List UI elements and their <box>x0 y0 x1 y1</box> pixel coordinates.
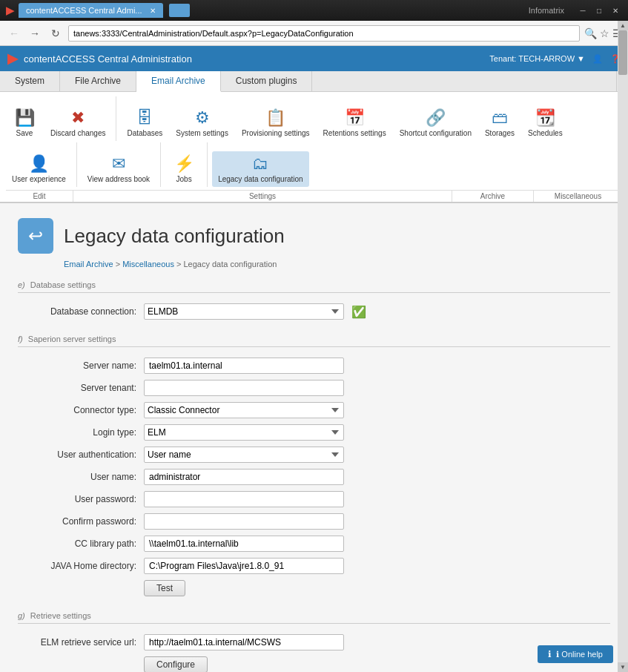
user-password-input[interactable] <box>144 491 344 507</box>
elm-url-row: ELM retrieve service url: <box>18 634 610 650</box>
configure-button[interactable]: Configure <box>144 656 208 672</box>
legacy-data-icon: 🗂 <box>252 154 268 174</box>
new-tab-btn[interactable] <box>169 4 190 17</box>
address-book-label: View address book <box>87 175 150 184</box>
section-retrieve-header: g) Retrieve settings <box>18 611 610 624</box>
ribbon-shortcut[interactable]: 🔗 Shortcut configuration <box>394 105 477 141</box>
tab-close-icon[interactable]: ✕ <box>150 7 156 15</box>
user-auth-select[interactable]: User name <box>144 447 344 463</box>
scrollbar-thumb[interactable] <box>618 30 627 75</box>
test-btn-row: Test <box>18 580 610 596</box>
connector-type-label: Connector type: <box>18 405 136 415</box>
ribbon-user-experience[interactable]: 👤 User experience <box>6 151 72 187</box>
server-name-input[interactable] <box>144 358 344 374</box>
database-connection-label: Database connection: <box>18 306 136 317</box>
databases-label: Databases <box>127 129 162 138</box>
content-area: ↩ Legacy data configuration Email Archiv… <box>0 203 628 672</box>
help-info-icon: ℹ <box>548 649 552 659</box>
ribbon-databases[interactable]: 🗄 Databases <box>121 105 168 141</box>
breadcrumb-miscellaneous[interactable]: Miscellaneous <box>122 260 174 269</box>
ribbon-section-edit: Edit <box>6 191 73 202</box>
close-btn[interactable]: ✕ <box>609 5 622 16</box>
storages-label: Storages <box>485 129 515 138</box>
tab-email-archive[interactable]: Email Archive <box>136 71 221 92</box>
connector-type-row: Connector type: Classic Connector <box>18 402 610 418</box>
ribbon-system-settings[interactable]: ⚙ System settings <box>170 105 234 141</box>
discard-icon: ✖ <box>71 108 85 128</box>
user-auth-label: User authentication: <box>18 449 136 460</box>
user-name-input[interactable] <box>144 469 344 485</box>
ribbon-save[interactable]: 💾 Save <box>6 105 43 141</box>
cc-library-label: CC library path: <box>18 538 136 549</box>
ribbon-divider-1 <box>116 96 116 141</box>
ribbon-storages[interactable]: 🗃 Storages <box>479 105 520 141</box>
connector-type-select[interactable]: Classic Connector <box>144 402 344 418</box>
ribbon-address-book[interactable]: ✉ View address book <box>82 151 156 187</box>
ribbon-retentions[interactable]: 📅 Retentions settings <box>317 105 392 141</box>
tab-custom-plugins[interactable]: Custom plugins <box>221 71 313 91</box>
ribbon-section-archive: Archive <box>452 191 533 202</box>
forward-btn[interactable]: → <box>27 25 43 42</box>
tab-file-archive[interactable]: File Archive <box>60 71 136 91</box>
server-tenant-label: Server tenant: <box>18 383 136 393</box>
online-help-btn[interactable]: ℹ ℹ Online help <box>538 645 613 663</box>
app-logo-icon: ▶ <box>6 4 14 16</box>
ribbon-legacy-data[interactable]: 🗂 Legacy data configuration <box>212 151 309 187</box>
maximize-btn[interactable]: □ <box>592 5 606 16</box>
back-btn[interactable]: ← <box>6 25 22 42</box>
minimize-btn[interactable]: ─ <box>576 5 589 16</box>
page-icon: ↩ <box>18 218 53 254</box>
search-icon[interactable]: 🔍 <box>584 27 597 39</box>
shortcut-label: Shortcut configuration <box>400 129 472 138</box>
breadcrumb-email-archive[interactable]: Email Archive <box>64 260 113 269</box>
elm-url-input[interactable] <box>144 634 344 650</box>
scroll-up-btn[interactable]: ▲ <box>618 21 628 30</box>
server-tenant-input[interactable] <box>144 380 344 396</box>
breadcrumb: Email Archive > Miscellaneous > Legacy d… <box>64 260 610 269</box>
java-home-input[interactable] <box>144 558 344 574</box>
java-home-row: JAVA Home directory: <box>18 558 610 574</box>
test-button[interactable]: Test <box>144 580 185 596</box>
login-type-select[interactable]: ELM <box>144 424 344 441</box>
scrollbar-track[interactable] <box>618 30 628 662</box>
ribbon-schedules[interactable]: 📆 Schedules <box>522 105 569 141</box>
server-name-label: Server name: <box>18 360 136 371</box>
scrollbar[interactable]: ▲ ▼ <box>618 21 628 672</box>
tenant-label[interactable]: Tenant: TECH-ARROW ▼ <box>489 54 585 63</box>
address-bar: ← → ↻ 🔍 ☆ ☰ <box>0 21 628 46</box>
provisioning-icon: 📋 <box>265 108 285 128</box>
database-connection-select[interactable]: ELMDB <box>144 303 344 320</box>
breadcrumb-current: Legacy data configuration <box>183 260 277 269</box>
ribbon-discard[interactable]: ✖ Discard changes <box>44 105 111 141</box>
ribbon: 💾 Save ✖ Discard changes 🗄 Databases ⚙ S… <box>0 92 628 203</box>
user-icon[interactable]: 👤 <box>592 54 603 64</box>
address-input[interactable] <box>68 25 580 42</box>
confirm-password-row: Confirm password: <box>18 513 610 530</box>
infomatrix-label: Infomatrix <box>529 6 564 15</box>
page-title-area: ↩ Legacy data configuration <box>18 218 610 254</box>
elm-url-label: ELM retrieve service url: <box>18 637 136 648</box>
ribbon-jobs[interactable]: ⚡ Jobs <box>165 151 202 187</box>
save-label: Save <box>16 129 33 138</box>
tab-system[interactable]: System <box>0 71 60 91</box>
app-header: ▶ contentACCESS Central Administration T… <box>0 46 628 71</box>
retentions-label: Retentions settings <box>323 129 386 138</box>
schedules-label: Schedules <box>528 129 563 138</box>
confirm-password-input[interactable] <box>144 513 344 530</box>
tab-label: contentACCESS Central Admi... <box>26 6 142 15</box>
cc-library-input[interactable] <box>144 536 344 552</box>
user-password-row: User password: <box>18 491 610 507</box>
ribbon-provisioning[interactable]: 📋 Provisioning settings <box>236 105 316 141</box>
login-type-row: Login type: ELM <box>18 424 610 441</box>
browser-tab[interactable]: contentACCESS Central Admi... ✕ <box>19 3 163 18</box>
app-title: contentACCESS Central Administration <box>24 53 192 65</box>
save-icon: 💾 <box>15 108 35 128</box>
scroll-down-btn[interactable]: ▼ <box>618 662 628 672</box>
star-icon[interactable]: ☆ <box>600 27 609 39</box>
discard-label: Discard changes <box>50 129 105 138</box>
shortcut-icon: 🔗 <box>426 108 446 128</box>
ribbon-divider-4 <box>207 142 208 187</box>
legacy-data-label: Legacy data configuration <box>218 175 303 184</box>
refresh-btn[interactable]: ↻ <box>47 25 64 42</box>
user-auth-row: User authentication: User name <box>18 447 610 463</box>
